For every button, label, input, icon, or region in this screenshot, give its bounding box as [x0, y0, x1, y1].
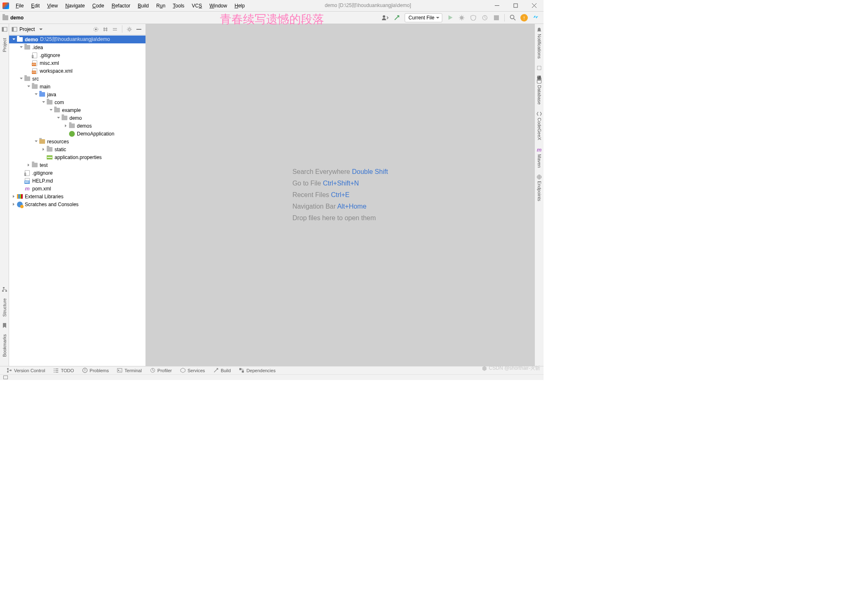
- tree-com[interactable]: com: [9, 98, 145, 106]
- properties-icon: [47, 155, 52, 159]
- bottom-toolbar: Version Control TODO Problems Terminal P…: [0, 366, 544, 374]
- project-panel-header: Project: [9, 24, 145, 35]
- tree-root-path: D:\25部\houduankuangjia\demo: [40, 36, 110, 43]
- stop-button[interactable]: [491, 13, 502, 23]
- breadcrumb[interactable]: demo: [10, 15, 24, 21]
- expand-all-icon[interactable]: [101, 25, 110, 33]
- build-icon[interactable]: [391, 13, 402, 23]
- app-logo-icon: [2, 2, 9, 9]
- close-button[interactable]: [525, 0, 544, 12]
- profile-button[interactable]: [479, 13, 490, 23]
- tree-idea[interactable]: .idea: [9, 43, 145, 51]
- tree-src[interactable]: src: [9, 75, 145, 83]
- run-config-selector[interactable]: Current File: [405, 13, 442, 22]
- tree-static[interactable]: static: [9, 145, 145, 153]
- tab-dependencies[interactable]: Dependencies: [236, 366, 279, 374]
- cwm-icon[interactable]: [380, 13, 391, 23]
- right-tool-strip: Notifications 通义灵码 Database CodeGeeX mMa…: [534, 24, 544, 366]
- menu-refactor[interactable]: Refactor: [108, 1, 134, 10]
- svg-rect-10: [5, 290, 7, 292]
- menu-window[interactable]: Window: [206, 1, 231, 10]
- arrow-up-icon: ↑: [520, 14, 528, 21]
- tab-terminal[interactable]: Terminal: [114, 366, 145, 374]
- tree-demoapplication[interactable]: DemoApplication: [9, 130, 145, 138]
- maven-tab[interactable]: mMaven: [537, 147, 542, 168]
- tree-appprops[interactable]: application.properties: [9, 153, 145, 161]
- search-button[interactable]: [507, 13, 518, 23]
- tree-resources[interactable]: resources: [9, 138, 145, 145]
- tree-example[interactable]: example: [9, 106, 145, 114]
- menu-view[interactable]: View: [44, 1, 61, 10]
- tab-todo[interactable]: TODO: [50, 366, 77, 374]
- tree-java[interactable]: java: [9, 90, 145, 98]
- menu-vcs[interactable]: VCS: [188, 1, 205, 10]
- menu-help[interactable]: Help: [231, 1, 248, 10]
- maximize-button[interactable]: [506, 0, 525, 12]
- svg-rect-7: [2, 27, 4, 31]
- tab-build[interactable]: Build: [210, 366, 234, 374]
- tree-main[interactable]: main: [9, 83, 145, 90]
- database-tab[interactable]: Database: [537, 78, 542, 105]
- codegeex-tab[interactable]: CodeGeeX: [537, 111, 542, 140]
- svg-rect-4: [494, 15, 499, 20]
- menu-navigate[interactable]: Navigate: [62, 1, 88, 10]
- notifications-tab[interactable]: Notifications: [537, 27, 542, 59]
- tongyi-tab[interactable]: 通义灵码: [536, 65, 542, 72]
- tree-root[interactable]: demo D:\25部\houduankuangjia\demo: [9, 36, 145, 43]
- tab-problems[interactable]: Problems: [79, 366, 112, 374]
- tree-external-libs[interactable]: External Libraries: [9, 192, 145, 200]
- run-button[interactable]: [445, 13, 455, 23]
- status-bar: [0, 374, 544, 380]
- upsell-button[interactable]: ↑: [519, 13, 529, 23]
- body: Project Structure Bookmarks Project: [0, 24, 544, 366]
- menu-file[interactable]: File: [12, 1, 27, 10]
- coverage-button[interactable]: [468, 13, 479, 23]
- project-tab[interactable]: Project: [2, 38, 7, 52]
- svg-rect-26: [239, 368, 241, 370]
- tree-demo-pkg[interactable]: demo: [9, 114, 145, 122]
- menu-run[interactable]: Run: [153, 1, 169, 10]
- project-view-selector[interactable]: Project: [12, 26, 43, 32]
- tree-help-md[interactable]: MDHELP.md: [9, 177, 145, 185]
- shortcut: Ctrl+Shift+N: [323, 180, 359, 187]
- csdn-watermark: CSDN @shorthair-火斩: [482, 365, 540, 372]
- svg-rect-9: [2, 290, 4, 292]
- toolwindow-toggle-icon[interactable]: [3, 375, 8, 379]
- svg-rect-16: [136, 29, 141, 30]
- debug-button[interactable]: [456, 13, 467, 23]
- menu-tools[interactable]: Tools: [169, 1, 188, 10]
- svg-point-21: [7, 371, 9, 373]
- tree-test[interactable]: test: [9, 161, 145, 169]
- tree-gitignore[interactable]: !.gitignore: [9, 169, 145, 177]
- window-title: demo [D:\25部\houduankuangjia\demo]: [248, 2, 488, 9]
- menu-build[interactable]: Build: [134, 1, 152, 10]
- tab-profiler[interactable]: Profiler: [147, 366, 175, 374]
- tab-version-control[interactable]: Version Control: [3, 366, 48, 374]
- tree-workspace-xml[interactable]: <>workspace.xml: [9, 67, 145, 75]
- svg-point-1: [383, 15, 385, 18]
- tree-gitignore-idea[interactable]: !.gitignore: [9, 51, 145, 59]
- panel-settings-icon[interactable]: [125, 25, 134, 33]
- menu-code[interactable]: Code: [89, 1, 107, 10]
- tree-demos[interactable]: demos: [9, 122, 145, 130]
- hide-panel-icon[interactable]: [135, 25, 143, 33]
- library-icon: [17, 194, 23, 199]
- bookmarks-tab[interactable]: Bookmarks: [2, 334, 7, 357]
- run-config-label: Current File: [408, 15, 434, 21]
- main-menu: File Edit View Navigate Code Refactor Bu…: [12, 1, 248, 10]
- codegeex-toolbar-icon[interactable]: [530, 13, 541, 23]
- structure-tab[interactable]: Structure: [2, 298, 7, 317]
- project-tree[interactable]: demo D:\25部\houduankuangjia\demo .idea !…: [9, 35, 145, 366]
- tree-scratches[interactable]: Scratches and Consoles: [9, 200, 145, 208]
- select-opened-file-icon[interactable]: [92, 25, 100, 33]
- collapse-all-icon[interactable]: [111, 25, 119, 33]
- menu-edit[interactable]: Edit: [28, 1, 43, 10]
- editor-empty-state[interactable]: Search Everywhere Double Shift Go to Fil…: [146, 24, 534, 366]
- tree-pom-xml[interactable]: mpom.xml: [9, 185, 145, 192]
- titlebar: File Edit View Navigate Code Refactor Bu…: [0, 0, 544, 12]
- tab-services[interactable]: Services: [177, 366, 208, 374]
- tree-misc-xml[interactable]: <>misc.xml: [9, 59, 145, 67]
- minimize-button[interactable]: [488, 0, 506, 12]
- svg-point-15: [129, 29, 131, 31]
- endpoints-tab[interactable]: Endpoints: [537, 174, 542, 201]
